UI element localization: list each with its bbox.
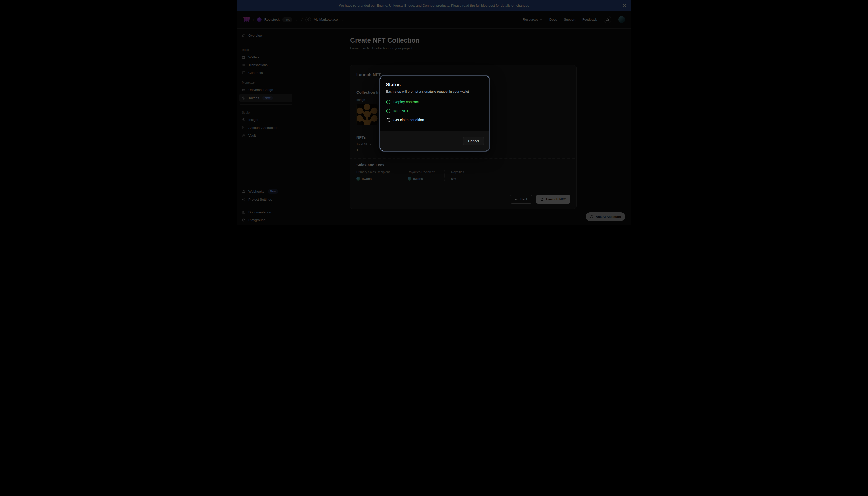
- spinner-icon: [386, 118, 391, 123]
- step-mint-nft: Mint NFT: [386, 108, 483, 113]
- step-list: Deploy contract Mint NFT Set claim condi…: [386, 99, 483, 123]
- check-circle-icon: [386, 99, 391, 104]
- modal-title: Status: [386, 82, 483, 87]
- status-modal: Status Each step will prompt a signature…: [380, 76, 489, 151]
- app-window: We have re-branded our Engine, Universal…: [237, 0, 631, 226]
- modal-footer: Cancel: [381, 131, 489, 151]
- cancel-button[interactable]: Cancel: [463, 137, 484, 145]
- check-circle-icon: [386, 109, 391, 113]
- step-set-claim-condition: Set claim condition: [386, 118, 483, 123]
- modal-description: Each step will prompt a signature reques…: [386, 90, 483, 93]
- step-deploy-contract: Deploy contract: [386, 99, 483, 104]
